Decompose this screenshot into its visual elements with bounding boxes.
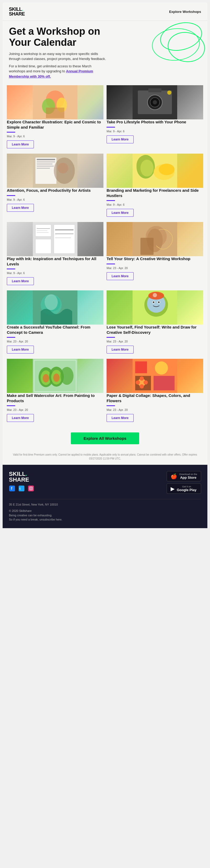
workshop-title-lose-yourself: Lose Yourself, Find Yourself: Write and … xyxy=(107,324,203,335)
svg-point-63 xyxy=(53,373,60,382)
workshop-card-play-ink: Play with Ink: Inspiration and Technique… xyxy=(7,222,103,285)
workshop-divider xyxy=(7,132,15,132)
workshop-title-char-illus: Explore Character Illustration: Epic and… xyxy=(7,119,103,130)
learn-more-branding[interactable]: Learn More xyxy=(107,209,134,217)
logo-text-share: SHARE xyxy=(9,11,25,16)
learn-more-paper-collage[interactable]: Learn More xyxy=(107,414,134,422)
workshop-image-char-illus xyxy=(7,85,103,119)
google-play-button[interactable]: ▶ Get it on Google Play xyxy=(167,484,201,494)
learn-more-youtube[interactable]: Learn More xyxy=(7,346,34,353)
facebook-icon[interactable]: f xyxy=(9,485,15,492)
workshop-image-tell-story xyxy=(107,222,203,256)
google-play-large-text: Google Play xyxy=(177,488,196,492)
workshop-title-branding: Branding and Marketing for Freelancers a… xyxy=(107,188,203,198)
app-store-small-text: Download on the xyxy=(179,473,197,475)
svg-rect-69 xyxy=(153,376,175,390)
workshop-date-pro-photo: Mar. 9 - Apr. 6 xyxy=(107,130,203,133)
workshop-divider xyxy=(107,200,115,201)
workshop-image-pro-photo xyxy=(107,85,203,119)
workshop-divider xyxy=(7,337,15,338)
svg-point-47 xyxy=(45,294,58,310)
instagram-icon[interactable] xyxy=(28,485,34,492)
svg-point-53 xyxy=(153,302,154,303)
svg-point-14 xyxy=(167,91,171,95)
footer: SKILL. SHARE f t xyxy=(3,465,207,528)
workshop-title-youtube: Create a Successful YouTube Channel: Fro… xyxy=(7,324,103,335)
google-play-small-text: Get it on xyxy=(177,485,196,488)
workshop-title-pro-photo: Take Pro Lifestyle Photos with Your Phon… xyxy=(107,119,203,125)
app-store-large-text: App Store xyxy=(179,475,197,479)
workshop-row-4: Create a Successful YouTube Channel: Fro… xyxy=(7,290,203,353)
workshop-divider xyxy=(107,127,115,128)
workshop-row-3: Play with Ink: Inspiration and Technique… xyxy=(7,222,203,285)
workshop-date-youtube: Mar. 23 - Apr. 20 xyxy=(7,340,103,343)
explore-workshops-nav[interactable]: Explore Workshops xyxy=(169,10,201,14)
learn-more-pro-photo[interactable]: Learn More xyxy=(107,135,134,143)
svg-rect-21 xyxy=(37,168,50,168)
svg-rect-32 xyxy=(35,239,51,254)
workshop-card-attention: Attention, Focus, and Productivity for A… xyxy=(7,154,103,217)
svg-rect-13 xyxy=(148,88,162,92)
svg-rect-80 xyxy=(28,486,34,491)
workshop-date-branding: Mar. 9 - Apr. 6 xyxy=(107,203,203,206)
footer-tagline: © 2020 Skillshare Being creative can be … xyxy=(9,509,201,522)
workshop-card-youtube: Create a Successful YouTube Channel: Fro… xyxy=(7,290,103,353)
workshop-image-lose-yourself xyxy=(107,290,203,324)
workshop-image-youtube xyxy=(7,290,103,324)
footer-tagline-line3: So if you need a break, unsubscribe here… xyxy=(9,518,63,521)
svg-point-83 xyxy=(32,487,33,487)
footer-left: SKILL. SHARE f t xyxy=(9,471,34,492)
workshop-date-watercolor: Mar. 23 - Apr. 20 xyxy=(7,408,103,411)
svg-rect-19 xyxy=(37,164,53,164)
workshop-row-2: Attention, Focus, and Productivity for A… xyxy=(7,154,203,217)
workshop-card-pro-photo: Take Pro Lifestyle Photos with Your Phon… xyxy=(107,85,203,148)
logo-dot: . xyxy=(22,7,23,12)
footer-social: f t xyxy=(9,485,34,492)
workshop-date-char-illus: Mar. 9 - Apr. 6 xyxy=(7,135,103,138)
workshop-image-play-ink xyxy=(7,222,103,256)
svg-point-27 xyxy=(140,160,153,177)
svg-rect-33 xyxy=(54,225,75,254)
workshop-card-branding: Branding and Marketing for Freelancers a… xyxy=(107,154,203,217)
svg-point-72 xyxy=(140,376,144,381)
learn-more-lose-yourself[interactable]: Learn More xyxy=(107,346,134,353)
workshop-title-tell-story: Tell Your Story: A Creative Writing Work… xyxy=(107,256,203,261)
workshop-divider xyxy=(107,264,115,265)
hero-title: Get a Workshop on Your Calendar xyxy=(9,26,114,48)
learn-more-char-illus[interactable]: Learn More xyxy=(7,141,34,148)
svg-point-75 xyxy=(144,380,148,384)
workshop-card-char-illus: Explore Character Illustration: Epic and… xyxy=(7,85,103,148)
learn-more-attention[interactable]: Learn More xyxy=(7,204,34,212)
svg-point-64 xyxy=(60,367,73,385)
workshop-row-1: Explore Character Illustration: Epic and… xyxy=(7,85,203,148)
footer-address: 35 E 21st Street, New York, NY 10010 xyxy=(9,503,201,506)
logo-skill: SKILL. xyxy=(9,7,25,11)
workshop-divider xyxy=(7,195,15,196)
workshop-card-lose-yourself: Lose Yourself, Find Yourself: Write and … xyxy=(107,290,203,353)
svg-rect-17 xyxy=(37,159,55,160)
svg-point-56 xyxy=(153,293,157,297)
google-play-text: Get it on Google Play xyxy=(177,485,196,492)
workshop-image-attention xyxy=(7,154,103,188)
svg-point-60 xyxy=(43,374,49,382)
workshop-divider xyxy=(107,337,115,338)
svg-rect-7 xyxy=(46,107,64,118)
twitter-icon[interactable]: t xyxy=(19,485,25,492)
workshops-section: Explore Character Illustration: Epic and… xyxy=(3,85,207,422)
learn-more-watercolor[interactable]: Learn More xyxy=(7,414,34,422)
footer-top: SKILL. SHARE f t xyxy=(9,471,201,494)
app-store-text: Download on the App Store xyxy=(179,473,197,479)
workshop-title-watercolor: Make and Sell Watercolor Art: From Paint… xyxy=(7,393,103,403)
workshop-date-play-ink: Mar. 9 - Apr. 6 xyxy=(7,272,103,275)
logo-text-skill: SKILL xyxy=(9,7,22,12)
learn-more-tell-story[interactable]: Learn More xyxy=(107,272,134,280)
explore-all-button[interactable]: Explore All Workshops xyxy=(71,432,139,444)
workshop-image-branding xyxy=(107,154,203,188)
learn-more-play-ink[interactable]: Learn More xyxy=(7,277,34,285)
skillshare-logo: SKILL. SHARE xyxy=(9,7,25,16)
hero-subtitle: Joining a workshop is an easy way to exp… xyxy=(9,51,109,62)
app-store-button[interactable]: 🍎 Download on the App Store xyxy=(167,471,201,482)
app-buttons: 🍎 Download on the App Store ▶ Get it on … xyxy=(167,471,201,494)
svg-point-74 xyxy=(136,380,140,384)
svg-rect-43 xyxy=(140,238,153,255)
